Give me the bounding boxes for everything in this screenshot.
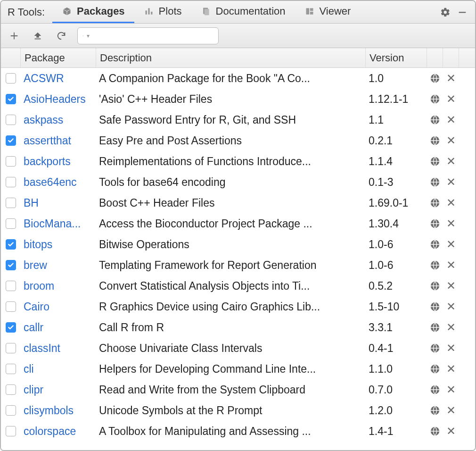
close-icon[interactable]: ✕: [446, 134, 456, 147]
package-name-link[interactable]: BH: [21, 197, 96, 209]
close-icon[interactable]: ✕: [446, 384, 456, 396]
globe-icon[interactable]: [430, 384, 440, 396]
close-icon[interactable]: ✕: [446, 425, 456, 437]
close-icon[interactable]: ✕: [446, 342, 456, 354]
package-description: Choose Univariate Class Intervals: [96, 342, 366, 355]
close-icon[interactable]: ✕: [446, 93, 456, 105]
globe-icon[interactable]: [430, 280, 440, 292]
table-row: callrCall R from R3.3.1✕: [1, 317, 475, 338]
package-checkbox[interactable]: [6, 115, 16, 125]
settings-button[interactable]: [438, 5, 452, 19]
globe-icon[interactable]: [430, 134, 440, 147]
search-input[interactable]: [92, 30, 213, 42]
package-name-link[interactable]: ACSWR: [21, 72, 96, 85]
package-checkbox[interactable]: [6, 239, 16, 250]
package-checkbox[interactable]: [6, 405, 16, 416]
tab-plots[interactable]: Plots: [134, 1, 191, 23]
close-icon[interactable]: ✕: [446, 259, 456, 271]
globe-icon[interactable]: [430, 425, 440, 437]
package-name-link[interactable]: AsioHeaders: [21, 93, 96, 106]
globe-icon[interactable]: [430, 321, 440, 334]
package-checkbox[interactable]: [6, 301, 16, 312]
package-description: Boost C++ Header Files: [96, 197, 366, 209]
package-name-link[interactable]: backports: [21, 155, 96, 168]
package-checkbox[interactable]: [6, 198, 16, 208]
package-name-link[interactable]: assertthat: [21, 134, 96, 147]
col-version[interactable]: Version: [366, 48, 427, 67]
svg-rect-8: [459, 12, 466, 13]
col-description[interactable]: Description: [96, 48, 366, 67]
search-box[interactable]: ▾: [77, 27, 219, 44]
globe-icon[interactable]: [430, 259, 440, 271]
chevron-down-icon: ▾: [87, 33, 90, 39]
table-row: AsioHeaders'Asio' C++ Header Files1.12.1…: [1, 89, 475, 109]
globe-icon[interactable]: [430, 342, 440, 354]
globe-icon[interactable]: [430, 72, 440, 84]
close-icon[interactable]: ✕: [446, 155, 456, 167]
close-icon[interactable]: ✕: [446, 238, 456, 251]
package-name-link[interactable]: bitops: [21, 238, 96, 251]
package-checkbox[interactable]: [6, 260, 16, 270]
package-checkbox[interactable]: [6, 364, 16, 374]
package-checkbox[interactable]: [6, 94, 16, 104]
tab-label: Documentation: [216, 5, 286, 17]
package-version: 1.1.4: [366, 155, 427, 168]
close-icon[interactable]: ✕: [446, 176, 456, 188]
globe-icon[interactable]: [430, 404, 440, 417]
close-icon[interactable]: ✕: [446, 114, 456, 126]
package-name-link[interactable]: clisymbols: [21, 404, 96, 417]
package-name-link[interactable]: askpass: [21, 114, 96, 126]
tab-viewer[interactable]: Viewer: [295, 1, 361, 23]
package-checkbox[interactable]: [6, 426, 16, 436]
install-package-button[interactable]: [7, 28, 22, 43]
minimize-button[interactable]: [455, 5, 469, 19]
globe-icon[interactable]: [430, 197, 440, 209]
globe-icon[interactable]: [430, 176, 440, 188]
globe-icon[interactable]: [430, 363, 440, 375]
globe-icon[interactable]: [430, 301, 440, 313]
globe-icon[interactable]: [430, 238, 440, 251]
package-checkbox[interactable]: [6, 177, 16, 187]
package-checkbox[interactable]: [6, 156, 16, 167]
package-checkbox[interactable]: [6, 343, 16, 353]
package-checkbox[interactable]: [6, 73, 16, 84]
package-checkbox[interactable]: [6, 218, 16, 229]
refresh-button[interactable]: [54, 28, 69, 43]
package-checkbox[interactable]: [6, 135, 16, 146]
box-icon: [62, 6, 72, 17]
close-icon[interactable]: ✕: [446, 363, 456, 375]
package-name-link[interactable]: callr: [21, 321, 96, 334]
table-header: Package Description Version: [1, 48, 475, 68]
close-icon[interactable]: ✕: [446, 72, 456, 84]
tab-documentation[interactable]: Documentation: [191, 1, 295, 23]
package-name-link[interactable]: Cairo: [21, 301, 96, 313]
package-name-link[interactable]: colorspace: [21, 425, 96, 438]
close-icon[interactable]: ✕: [446, 321, 456, 334]
package-description: A Toolbox for Manipulating and Assessing…: [96, 425, 366, 438]
close-icon[interactable]: ✕: [446, 217, 456, 230]
update-packages-button[interactable]: [30, 28, 45, 43]
minimize-icon: [457, 7, 468, 17]
globe-icon[interactable]: [430, 155, 440, 167]
package-name-link[interactable]: cli: [21, 363, 96, 376]
tab-packages[interactable]: Packages: [52, 1, 134, 23]
close-icon[interactable]: ✕: [446, 197, 456, 209]
package-checkbox[interactable]: [6, 322, 16, 333]
package-name-link[interactable]: broom: [21, 280, 96, 292]
package-name-link[interactable]: clipr: [21, 384, 96, 396]
globe-icon[interactable]: [430, 114, 440, 126]
table-row: BHBoost C++ Header Files1.69.0-1✕: [1, 192, 475, 213]
packages-table-body[interactable]: ACSWRA Companion Package for the Book "A…: [1, 68, 475, 450]
globe-icon[interactable]: [430, 93, 440, 105]
package-name-link[interactable]: BiocMana...: [21, 217, 96, 230]
package-name-link[interactable]: brew: [21, 259, 96, 272]
globe-icon[interactable]: [430, 217, 440, 230]
close-icon[interactable]: ✕: [446, 280, 456, 292]
close-icon[interactable]: ✕: [446, 301, 456, 313]
package-name-link[interactable]: classInt: [21, 342, 96, 355]
close-icon[interactable]: ✕: [446, 404, 456, 417]
package-checkbox[interactable]: [6, 281, 16, 291]
package-name-link[interactable]: base64enc: [21, 176, 96, 189]
package-checkbox[interactable]: [6, 384, 16, 395]
col-package[interactable]: Package: [21, 48, 96, 67]
